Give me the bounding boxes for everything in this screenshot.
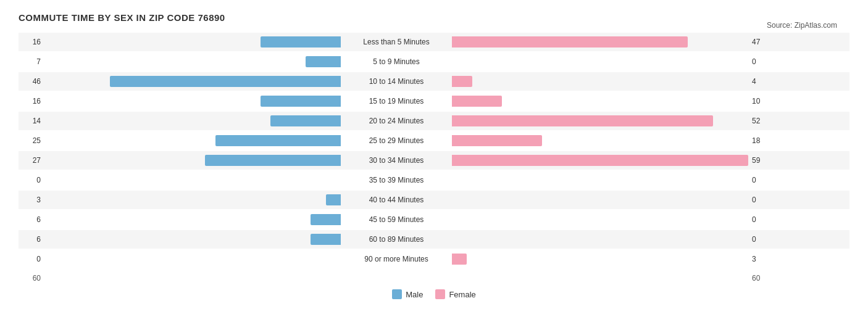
row-label: 90 or more Minutes <box>341 255 452 263</box>
female-value: 0 <box>748 215 774 224</box>
female-value: 18 <box>748 136 774 145</box>
bar-row: 46 10 to 14 Minutes 4 <box>19 72 849 91</box>
female-bar <box>452 36 688 47</box>
male-bar <box>205 155 341 166</box>
female-value: 3 <box>748 255 774 263</box>
male-value: 25 <box>19 136 44 145</box>
female-bar-container <box>452 254 748 265</box>
male-bar <box>326 194 341 205</box>
row-label: 60 to 89 Minutes <box>341 235 452 244</box>
male-bar-container <box>44 214 341 225</box>
female-value: 0 <box>748 176 774 184</box>
chart-legend: Male Female <box>19 289 849 299</box>
row-label: 25 to 29 Minutes <box>341 136 452 145</box>
axis-right-label: 60 <box>748 274 774 283</box>
bar-row: 6 60 to 89 Minutes 0 <box>19 230 849 249</box>
female-bar-container <box>452 96 748 107</box>
male-bar <box>306 56 341 67</box>
male-label: Male <box>406 290 423 299</box>
row-label: 20 to 24 Minutes <box>341 117 452 125</box>
male-bar <box>110 76 341 87</box>
bar-row: 25 25 to 29 Minutes 18 <box>19 131 849 150</box>
female-value: 59 <box>748 156 774 165</box>
female-value: 47 <box>748 38 774 46</box>
male-value: 6 <box>19 215 44 224</box>
bar-row: 0 35 to 39 Minutes 0 <box>19 171 849 189</box>
female-bar <box>452 76 472 87</box>
female-bar-container <box>452 56 748 67</box>
female-bar <box>452 115 713 126</box>
row-label: 40 to 44 Minutes <box>341 196 452 204</box>
bar-row: 6 45 to 59 Minutes 0 <box>19 210 849 229</box>
female-bar <box>452 135 542 146</box>
male-value: 7 <box>19 57 44 66</box>
bar-row: 7 5 to 9 Minutes 0 <box>19 52 849 71</box>
female-bar-container <box>452 214 748 225</box>
female-bar-container <box>452 115 748 126</box>
male-bar-container <box>44 234 341 245</box>
male-bar-container <box>44 254 341 265</box>
male-value: 0 <box>19 255 44 263</box>
axis-row: 60 60 <box>19 272 849 284</box>
female-color-box <box>435 289 445 299</box>
row-label: Less than 5 Minutes <box>341 38 452 46</box>
female-value: 52 <box>748 117 774 125</box>
chart-container: 16 Less than 5 Minutes 47 7 5 to 9 Minut… <box>19 33 849 268</box>
female-bar <box>452 96 502 107</box>
female-label: Female <box>449 290 475 299</box>
male-value: 14 <box>19 117 44 125</box>
male-bar <box>311 214 341 225</box>
male-bar-container <box>44 194 341 205</box>
male-bar-container <box>44 36 341 47</box>
bar-row: 14 20 to 24 Minutes 52 <box>19 112 849 130</box>
row-label: 45 to 59 Minutes <box>341 215 452 224</box>
male-color-box <box>392 289 402 299</box>
row-label: 30 to 34 Minutes <box>341 156 452 165</box>
male-bar <box>261 36 341 47</box>
male-bar <box>270 115 341 126</box>
female-bar-container <box>452 175 748 186</box>
female-bar-container <box>452 194 748 205</box>
bar-row: 27 30 to 34 Minutes 59 <box>19 151 849 170</box>
female-bar-container <box>452 234 748 245</box>
male-bar-container <box>44 76 341 87</box>
male-bar <box>215 135 341 146</box>
male-bar-container <box>44 56 341 67</box>
bar-row: 3 40 to 44 Minutes 0 <box>19 191 849 209</box>
male-value: 6 <box>19 235 44 244</box>
row-label: 5 to 9 Minutes <box>341 57 452 66</box>
female-bar-container <box>452 135 748 146</box>
female-value: 4 <box>748 77 774 86</box>
female-bar <box>452 155 748 166</box>
male-value: 3 <box>19 196 44 204</box>
legend-male: Male <box>392 289 423 299</box>
female-bar <box>452 254 467 265</box>
female-bar-container <box>452 36 748 47</box>
female-value: 10 <box>748 97 774 105</box>
bar-row: 16 15 to 19 Minutes 10 <box>19 92 849 110</box>
row-label: 35 to 39 Minutes <box>341 176 452 184</box>
male-bar-container <box>44 155 341 166</box>
row-label: 15 to 19 Minutes <box>341 97 452 105</box>
male-value: 16 <box>19 38 44 46</box>
male-bar <box>261 96 341 107</box>
female-value: 0 <box>748 57 774 66</box>
male-value: 46 <box>19 77 44 86</box>
male-bar-container <box>44 175 341 186</box>
male-bar-container <box>44 135 341 146</box>
male-value: 16 <box>19 97 44 105</box>
male-bar-container <box>44 115 341 126</box>
chart-title: COMMUTE TIME BY SEX IN ZIP CODE 76890 <box>19 12 849 23</box>
female-value: 0 <box>748 196 774 204</box>
male-bar-container <box>44 96 341 107</box>
bar-row: 16 Less than 5 Minutes 47 <box>19 33 849 51</box>
male-bar <box>311 234 341 245</box>
bar-row: 0 90 or more Minutes 3 <box>19 250 849 268</box>
male-value: 27 <box>19 156 44 165</box>
axis-left-label: 60 <box>19 274 44 283</box>
female-bar-container <box>452 76 748 87</box>
female-bar-container <box>452 155 748 166</box>
row-label: 10 to 14 Minutes <box>341 77 452 86</box>
legend-female: Female <box>435 289 475 299</box>
female-value: 0 <box>748 235 774 244</box>
